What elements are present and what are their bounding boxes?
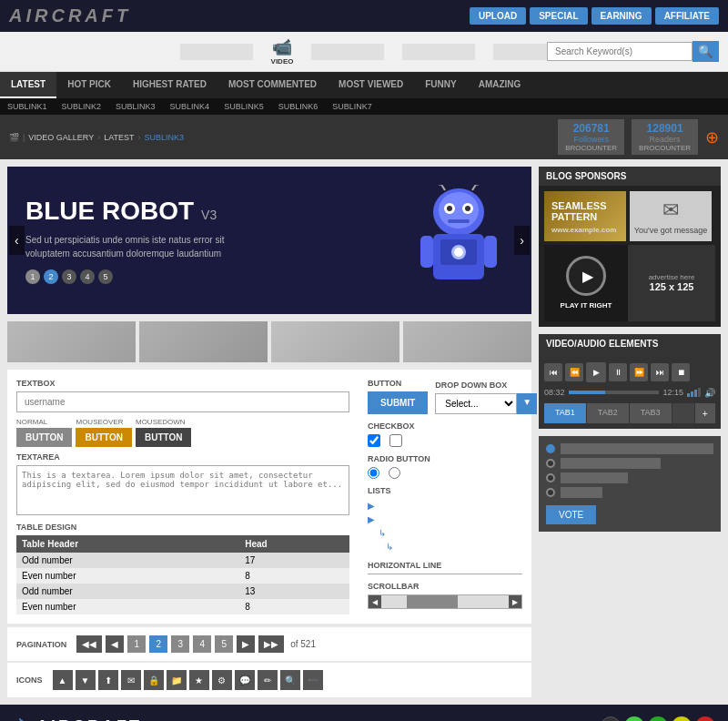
- dot-1[interactable]: 1: [25, 269, 40, 284]
- checkbox-2[interactable]: [389, 434, 402, 447]
- progress-bar[interactable]: [569, 391, 660, 394]
- subnav-6[interactable]: SUBLINK6: [278, 102, 318, 111]
- breadcrumb-gallery[interactable]: VIDEO GALLERY: [28, 133, 94, 142]
- normal-button[interactable]: BUTTON: [16, 428, 72, 447]
- icon-star[interactable]: ★: [189, 670, 209, 690]
- page-1-button[interactable]: 1: [127, 635, 146, 653]
- icon-folder[interactable]: 📁: [167, 670, 187, 690]
- sponsor-box-1[interactable]: SEAMLESS PATTERN www.example.com: [544, 191, 626, 241]
- list-item: ↳: [368, 540, 522, 553]
- footer-yellow-icon[interactable]: ●: [672, 716, 692, 721]
- table-header-col2: Head: [239, 535, 349, 553]
- icon-minus[interactable]: ➖: [303, 670, 323, 690]
- breadcrumb-current[interactable]: SUBLINK3: [145, 133, 185, 142]
- page-4-button[interactable]: 4: [193, 635, 211, 653]
- nav-item-amazing[interactable]: AMAZING: [468, 72, 532, 98]
- special-button[interactable]: SPECIAL: [530, 7, 587, 25]
- scroll-left-button[interactable]: ◀: [369, 595, 381, 608]
- footer-home-icon[interactable]: ⌂: [601, 716, 621, 721]
- dot-3[interactable]: 3: [62, 269, 76, 284]
- nav-item-funny[interactable]: FUNNY: [414, 72, 467, 98]
- page-2-button[interactable]: 2: [149, 635, 167, 653]
- page-5-button[interactable]: 5: [215, 635, 233, 653]
- vote-radio-4[interactable]: [546, 488, 555, 497]
- dot-4[interactable]: 4: [80, 269, 95, 284]
- slider-next-button[interactable]: ›: [514, 226, 530, 255]
- affiliate-button[interactable]: AFFILIATE: [655, 7, 719, 25]
- play-button-big[interactable]: ▶: [566, 256, 606, 296]
- subnav-3[interactable]: SUBLINK3: [116, 102, 156, 111]
- page-last-button[interactable]: ▶▶: [258, 635, 284, 653]
- icon-search[interactable]: 🔍: [280, 670, 300, 690]
- subnav-1[interactable]: SUBLINK1: [7, 102, 47, 111]
- vote-radio-2[interactable]: [546, 459, 555, 468]
- subnav-5[interactable]: SUBLINK5: [224, 102, 264, 111]
- audio-fwd-end[interactable]: ⏭: [651, 363, 669, 381]
- earning-button[interactable]: EARNING: [592, 7, 652, 25]
- subnav-4[interactable]: SUBLINK4: [170, 102, 210, 111]
- icon-down[interactable]: ▼: [76, 670, 96, 690]
- page-prev-button[interactable]: ◀: [106, 635, 124, 653]
- hero-title: BLUE ROBOT: [25, 197, 194, 226]
- search-button[interactable]: 🔍: [693, 41, 719, 62]
- nav-item-commented[interactable]: MOST COMMENTED: [217, 72, 328, 98]
- dot-5[interactable]: 5: [98, 269, 113, 284]
- scrollbar-thumb[interactable]: [407, 595, 458, 608]
- nav-item-latest[interactable]: LATEST: [0, 72, 56, 98]
- icon-export[interactable]: ⬆: [98, 670, 118, 690]
- dot-2[interactable]: 2: [44, 269, 58, 284]
- svg-rect-15: [420, 236, 433, 268]
- vote-radio-3[interactable]: [546, 473, 555, 482]
- slider-prev-button[interactable]: ‹: [9, 226, 25, 255]
- submit-button[interactable]: SUBMIT: [368, 391, 428, 414]
- icon-edit[interactable]: ✏: [258, 670, 278, 690]
- rss-icon[interactable]: ⊕: [705, 127, 719, 147]
- mousedown-button[interactable]: BUTTON: [136, 428, 191, 447]
- audio-rewind-start[interactable]: ⏮: [544, 363, 562, 381]
- nav-item-hotpick[interactable]: HOT PICK: [56, 72, 122, 98]
- tab-2[interactable]: TAB2: [587, 403, 630, 423]
- radio-2[interactable]: [389, 467, 400, 479]
- dropdown-arrow[interactable]: ▼: [517, 393, 537, 414]
- tab-add-button[interactable]: +: [694, 403, 715, 423]
- nav-item-highest[interactable]: HIGHEST RATED: [122, 72, 217, 98]
- vote-radio-selected[interactable]: [546, 444, 555, 453]
- tab-3[interactable]: TAB3: [630, 403, 672, 423]
- audio-prev-button[interactable]: ⏪: [565, 363, 583, 381]
- page-next-button[interactable]: ▶: [237, 635, 255, 653]
- footer-green-icon[interactable]: ✓: [648, 716, 668, 721]
- pagination-title: PAGINATION: [16, 640, 66, 649]
- audio-next-button[interactable]: ⏩: [630, 363, 648, 381]
- advertise-box[interactable]: advertise here 125 x 125: [628, 245, 715, 321]
- page-3-button[interactable]: 3: [171, 635, 189, 653]
- main-nav: LATEST HOT PICK HIGHEST RATED MOST COMME…: [0, 72, 728, 98]
- audio-pause-button[interactable]: ⏸: [609, 363, 627, 381]
- tab-1[interactable]: TAB1: [544, 403, 587, 423]
- checkbox-1[interactable]: [368, 434, 380, 447]
- breadcrumb-latest[interactable]: LATEST: [104, 133, 134, 142]
- upload-button[interactable]: UPLOAD: [470, 7, 526, 25]
- radio-1[interactable]: [368, 467, 379, 479]
- mouseover-button[interactable]: BUTTON: [76, 428, 131, 447]
- footer-check-icon[interactable]: ✓: [624, 716, 644, 721]
- page-first-button[interactable]: ◀◀: [76, 635, 102, 653]
- search-input[interactable]: [547, 42, 693, 61]
- textarea-input[interactable]: This is a textarea. Lorem ipsum dolor si…: [16, 465, 349, 515]
- icon-lock[interactable]: 🔒: [144, 670, 164, 690]
- username-input[interactable]: [16, 391, 349, 412]
- icon-comment[interactable]: 💬: [235, 670, 255, 690]
- table-cell-val: 13: [239, 584, 349, 599]
- footer-red-icon[interactable]: ✕: [695, 716, 715, 721]
- vote-button[interactable]: VOTE: [546, 505, 596, 524]
- icon-up[interactable]: ▲: [53, 670, 73, 690]
- subnav-2[interactable]: SUBLINK2: [62, 102, 102, 111]
- icon-rss[interactable]: ⚙: [212, 670, 232, 690]
- icon-mail[interactable]: ✉: [121, 670, 141, 690]
- audio-play-button[interactable]: ▶: [586, 362, 606, 382]
- nav-item-viewed[interactable]: MOST VIEWED: [328, 72, 414, 98]
- dropdown-select[interactable]: Select...: [435, 393, 517, 414]
- sponsor-box-2[interactable]: ✉ You've got message: [630, 191, 712, 241]
- subnav-7[interactable]: SUBLINK7: [332, 102, 372, 111]
- scroll-right-button[interactable]: ▶: [509, 595, 521, 608]
- audio-stop-button[interactable]: ⏹: [672, 363, 690, 381]
